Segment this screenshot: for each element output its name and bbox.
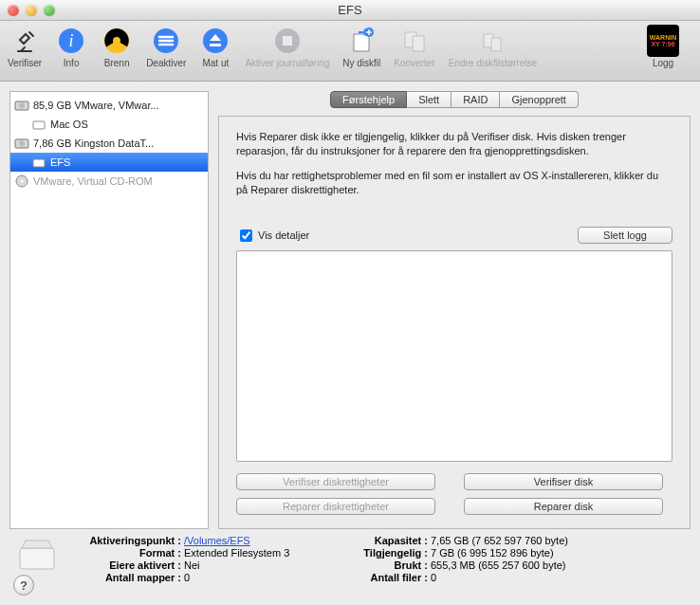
sidebar-item-label: 7,86 GB Kingston DataT...: [33, 138, 154, 149]
svg-rect-10: [413, 36, 424, 51]
toolbar-eject[interactable]: Mat ut: [199, 25, 231, 68]
val-mount: /Volumes/EFS: [184, 535, 345, 546]
tab-restore[interactable]: Gjenopprett: [500, 91, 578, 108]
internal-disk-icon: [14, 98, 29, 113]
repair-permissions-button[interactable]: Reparer diskrettigheter: [236, 498, 435, 515]
val-files: 0: [431, 572, 687, 583]
window-title: EFS: [0, 3, 700, 17]
toolbar-deactivate[interactable]: Deaktiver: [146, 25, 186, 68]
log-badge-line2: XY 7:96: [651, 41, 674, 47]
svg-rect-21: [20, 548, 54, 569]
toolbar-convert-label: Konverter: [394, 58, 434, 68]
volume-icon: [31, 155, 46, 170]
svg-text:i: i: [69, 31, 74, 50]
key-format: Format: [70, 547, 184, 559]
help-button[interactable]: ?: [13, 575, 34, 596]
toolbar-enable-journaling[interactable]: Aktiver journalføring: [245, 25, 329, 68]
info-icon: i: [55, 25, 87, 57]
help-text-p2: Hvis du har rettighetsproblemer med en f…: [236, 169, 672, 198]
val-capacity: 7,65 GB (7 652 597 760 byte): [431, 535, 687, 546]
convert-icon: [398, 25, 431, 57]
key-owners: Eiere aktivert: [70, 559, 184, 571]
toolbar-convert[interactable]: Konverter: [394, 25, 434, 68]
toolbar-new-image[interactable]: Ny diskfil: [342, 25, 380, 68]
titlebar: EFS: [0, 0, 700, 21]
sidebar-item-selected[interactable]: EFS: [10, 153, 208, 172]
microscope-icon: [9, 25, 41, 57]
svg-point-17: [19, 141, 25, 147]
toolbar-burn-label: Brenn: [104, 58, 130, 68]
val-format: Extended Filesystem 3: [184, 547, 345, 559]
toolbar-resize-label: Endre diskfilstørrelse: [449, 58, 537, 68]
svg-point-20: [21, 180, 24, 183]
key-used: Brukt: [345, 559, 431, 571]
burn-icon: [101, 25, 133, 57]
volume-icon: [13, 535, 61, 578]
sidebar[interactable]: 85,9 GB VMware, VMwar...Mac OS7,86 GB Ki…: [9, 91, 209, 529]
toolbar-verify-label: Verifiser: [8, 58, 42, 68]
val-used: 655,3 MB (655 257 600 byte): [431, 559, 687, 571]
tab-raid[interactable]: RAID: [451, 91, 500, 108]
verify-disk-button[interactable]: Verifiser disk: [464, 473, 663, 490]
val-avail: 7 GB (6 995 152 896 byte): [431, 547, 687, 559]
sidebar-item[interactable]: Mac OS: [10, 115, 208, 134]
help-text-p1: Hvis Reparer disk ikke er tilgjengelig, …: [236, 130, 672, 159]
info-grid: Aktiveringspunkt /Volumes/EFS Kapasitet …: [70, 535, 687, 583]
log-output[interactable]: [236, 250, 672, 462]
unmount-icon: [150, 25, 182, 57]
resize-icon: [476, 25, 508, 57]
show-details-checkbox[interactable]: [240, 229, 252, 242]
internal-disk-icon: [14, 136, 29, 151]
toolbar-burn[interactable]: Brenn: [101, 25, 133, 68]
eject-icon: [199, 25, 231, 57]
footer-info: Aktiveringspunkt /Volumes/EFS Kapasitet …: [0, 529, 700, 605]
sidebar-item[interactable]: 7,86 GB Kingston DataT...: [10, 134, 208, 153]
toolbar-newimage-label: Ny diskfil: [342, 58, 380, 68]
toolbar-log-label: Logg: [653, 58, 673, 68]
action-buttons: Verifiser diskrettigheter Verifiser disk…: [236, 473, 672, 515]
optical-drive-icon: [14, 174, 29, 189]
key-files: Antall filer: [345, 572, 431, 583]
toolbar-resize[interactable]: Endre diskfilstørrelse: [449, 25, 537, 68]
log-icon: WARNIN XY 7:96: [647, 25, 679, 57]
toolbar-journal-label: Aktiver journalføring: [245, 58, 329, 68]
val-folders: 0: [184, 572, 345, 583]
svg-rect-12: [491, 38, 501, 51]
svg-rect-7: [354, 34, 369, 51]
key-folders: Antall mapper: [70, 572, 184, 583]
svg-point-14: [19, 103, 25, 109]
svg-point-3: [113, 37, 120, 45]
sidebar-item[interactable]: VMware, Virtual CD-ROM: [10, 172, 208, 191]
new-image-icon: [345, 25, 378, 57]
toolbar-deactivate-label: Deaktiver: [146, 58, 186, 68]
content-area: FørstehjelpSlettRAIDGjenopprett Hvis Rep…: [218, 91, 691, 529]
toolbar-log[interactable]: WARNIN XY 7:96 Logg: [647, 25, 679, 68]
svg-rect-18: [33, 159, 45, 167]
sidebar-item-label: 85,9 GB VMware, VMwar...: [33, 100, 159, 111]
details-row: Vis detaljer Slett logg: [236, 227, 672, 245]
key-avail: Tilgjengelig: [345, 547, 431, 559]
mount-point-link[interactable]: /Volumes/EFS: [184, 535, 250, 546]
main-split: 85,9 GB VMware, VMwar...Mac OS7,86 GB Ki…: [0, 82, 700, 529]
key-mount: Aktiveringspunkt: [70, 535, 184, 546]
log-badge-line1: WARNIN: [650, 34, 676, 41]
sidebar-item[interactable]: 85,9 GB VMware, VMwar...: [10, 96, 208, 115]
toolbar-info[interactable]: i Info: [55, 25, 87, 68]
verify-permissions-button[interactable]: Verifiser diskrettigheter: [236, 473, 435, 490]
tab-firstaid[interactable]: Førstehjelp: [330, 91, 407, 108]
sidebar-item-label: VMware, Virtual CD-ROM: [33, 175, 153, 187]
show-details-label: Vis detaljer: [258, 229, 309, 241]
key-capacity: Kapasitet: [345, 535, 431, 546]
toolbar-info-label: Info: [64, 58, 80, 68]
sidebar-item-label: EFS: [50, 156, 70, 168]
journal-icon: [271, 25, 304, 57]
val-owners: Nei: [184, 559, 345, 571]
tab-erase[interactable]: Slett: [407, 91, 451, 108]
clear-log-button[interactable]: Slett logg: [578, 227, 672, 244]
svg-rect-15: [33, 121, 45, 129]
volume-icon: [31, 117, 46, 132]
repair-disk-button[interactable]: Reparer disk: [464, 498, 663, 515]
toolbar: Verifiser i Info Brenn Deaktiver Mat ut …: [0, 21, 700, 82]
toolbar-eject-label: Mat ut: [202, 58, 229, 68]
toolbar-verify[interactable]: Verifiser: [8, 25, 42, 68]
